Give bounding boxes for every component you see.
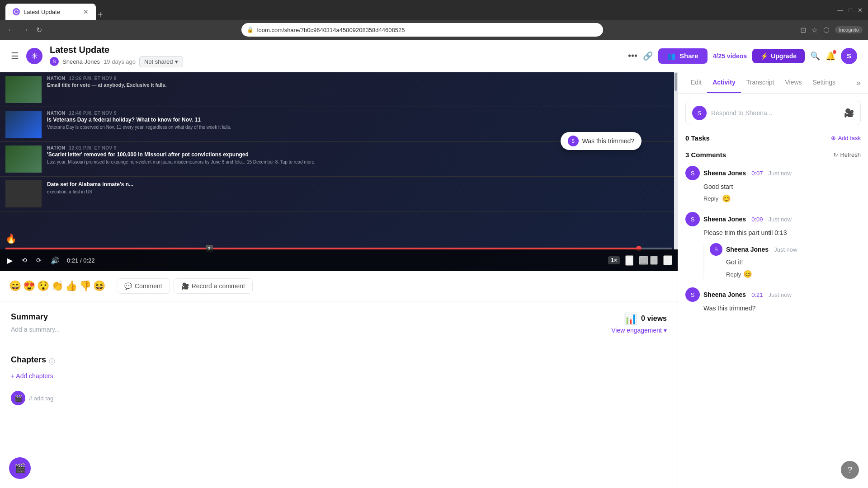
address-bar[interactable]: 🔒 loom.com/share/7b0c9640314a45809208358… (241, 23, 603, 37)
rewind-button[interactable]: ⟲ (20, 255, 29, 266)
emoji-wow[interactable]: 😯 (37, 280, 49, 292)
svg-point-0 (14, 10, 18, 14)
comment-2-avatar: S (685, 212, 700, 226)
add-summary[interactable]: Add a summary... (11, 326, 60, 333)
tab-edit[interactable]: Edit (685, 72, 707, 93)
chapters-info-icon[interactable]: ⓘ (49, 358, 55, 366)
share-button[interactable]: 👥 Share (658, 48, 708, 64)
window-minimize[interactable]: — (837, 7, 843, 14)
copy-link-button[interactable]: 🔗 (643, 51, 653, 61)
tab-favicon-icon (13, 8, 20, 15)
cast-icon[interactable]: ⊡ (800, 26, 806, 34)
comment-3-author: Sheena Jones (703, 291, 746, 298)
tasks-count: 0 Tasks (685, 134, 710, 142)
loom-record-floating-button[interactable]: 🎬 (9, 457, 31, 479)
notifications-button[interactable]: 🔔 (826, 51, 835, 61)
pip-button[interactable]: ◱ (650, 256, 658, 265)
extension-icon[interactable]: ⬡ (823, 26, 830, 34)
tasks-row: 0 Tasks ⊕ Add task (685, 134, 861, 142)
emoji-more[interactable]: 😆 (93, 280, 105, 292)
action-divider (111, 281, 111, 291)
speed-button[interactable]: 1× (608, 256, 620, 264)
views-count: 0 views (641, 314, 667, 323)
add-tag-button[interactable]: # add tag (29, 395, 53, 402)
main-content-scroll: Summary Add a summary... 📊 0 views View … (0, 301, 678, 416)
new-tab-button[interactable]: + (98, 9, 103, 20)
summary-section: Summary Add a summary... (11, 312, 600, 333)
notification-dot (833, 50, 836, 54)
flame-emoji: 🔥 (5, 233, 17, 244)
comment-1-reply-button[interactable]: Reply (703, 195, 718, 202)
author-avatar-small: S (50, 57, 59, 66)
emoji-thumbsup[interactable]: 👍 (65, 280, 77, 292)
comments-count: 3 Comments (685, 151, 726, 159)
video-controls: ▶ ⟲ ⟳ 🔊 0:21 / 0:22 1× ⚙ (0, 249, 678, 271)
comment-1-time: Just now (768, 170, 791, 177)
refresh-button[interactable]: ↻ (34, 24, 44, 36)
upgrade-button[interactable]: ⚡ Upgrade (752, 49, 805, 63)
theater-mode-button[interactable]: ⬜ (639, 256, 648, 265)
emoji-love[interactable]: 😍 (23, 280, 35, 292)
record-comment-button[interactable]: 🎥 Record a comment (174, 278, 253, 294)
comment-input[interactable]: Respond to Sheena... (711, 109, 840, 117)
video-scroll-indicator (674, 72, 678, 249)
view-engagement-button[interactable]: View engagement ▾ (611, 327, 667, 334)
chapters-title: Chapters (11, 355, 46, 365)
user-avatar[interactable]: S (841, 48, 857, 64)
video-scroll-thumb (675, 73, 677, 91)
author-name: Sheena Jones (62, 58, 100, 65)
tab-views[interactable]: Views (779, 72, 807, 93)
comment-input-area[interactable]: S Respond to Sheena... 🎥 (685, 101, 861, 125)
emoji-thumbsdown[interactable]: 👎 (79, 280, 91, 292)
back-button[interactable]: ← (5, 24, 16, 36)
comment-2-time-badge[interactable]: 0:09 (751, 216, 763, 223)
comment-1-time-badge[interactable]: 0:07 (751, 170, 763, 177)
comment-1-text: Good start (685, 182, 861, 192)
summary-stats-row: Summary Add a summary... 📊 0 views View … (11, 312, 667, 344)
nested-1-reply-button[interactable]: Reply (726, 271, 741, 278)
videos-count[interactable]: 4/25 videos (713, 52, 747, 60)
lock-icon: 🔒 (247, 27, 254, 33)
nested-1-time: Just now (774, 246, 797, 253)
video-comment-icon[interactable]: 🎥 (844, 108, 854, 118)
browser-tab-bar: Latest Update ✕ + — □ ✕ (0, 0, 868, 20)
refresh-button[interactable]: ↻ Refresh (833, 151, 861, 158)
window-close[interactable]: ✕ (858, 7, 863, 14)
nested-1-react-button[interactable]: 😊 (743, 270, 752, 278)
chapters-header: Chapters ⓘ (11, 355, 667, 368)
tab-settings[interactable]: Settings (807, 72, 841, 93)
help-button[interactable]: ? (841, 461, 859, 479)
volume-button[interactable]: 🔊 (49, 254, 61, 267)
not-shared-button[interactable]: Not shared ▾ (139, 56, 183, 67)
input-avatar: S (692, 106, 707, 120)
add-task-button[interactable]: ⊕ Add task (831, 135, 861, 141)
fullscreen-button[interactable]: ⛶ (663, 255, 672, 265)
window-maximize[interactable]: □ (849, 7, 852, 14)
user-initial: S (847, 52, 851, 60)
forward-button[interactable]: → (20, 24, 31, 36)
current-time: 0:21 (67, 257, 78, 264)
comments-row: 3 Comments ↻ Refresh (685, 151, 861, 159)
active-tab[interactable]: Latest Update ✕ (5, 4, 96, 20)
add-chapters-button[interactable]: + Add chapters (11, 372, 53, 380)
emoji-clap[interactable]: 👏 (51, 280, 63, 292)
comment-item-3: S Sheena Jones 0:21 Just now Was this tr… (685, 287, 861, 313)
tab-activity[interactable]: Activity (707, 72, 741, 93)
comment-button[interactable]: 💬 Comment (117, 278, 170, 294)
more-options-button[interactable]: ••• (628, 51, 637, 61)
search-button[interactable]: 🔍 (810, 51, 820, 61)
time-ago: 19 days ago (104, 58, 136, 65)
comment-1-react-button[interactable]: 😊 (722, 194, 731, 203)
tab-close-button[interactable]: ✕ (83, 8, 89, 15)
hamburger-menu-button[interactable]: ☰ (11, 51, 19, 61)
settings-button[interactable]: ⚙ (625, 255, 633, 266)
fast-forward-button[interactable]: ⟳ (34, 255, 43, 266)
comment-3-time-badge[interactable]: 0:21 (751, 291, 763, 298)
play-button[interactable]: ▶ (5, 254, 14, 267)
bookmark-icon[interactable]: ☆ (811, 26, 818, 34)
emoji-laugh[interactable]: 😄 (9, 280, 21, 292)
nested-1-avatar: S (710, 243, 722, 256)
expand-tabs-button[interactable]: » (856, 78, 861, 88)
tab-transcript[interactable]: Transcript (741, 72, 780, 93)
author-initial: S (53, 59, 56, 64)
